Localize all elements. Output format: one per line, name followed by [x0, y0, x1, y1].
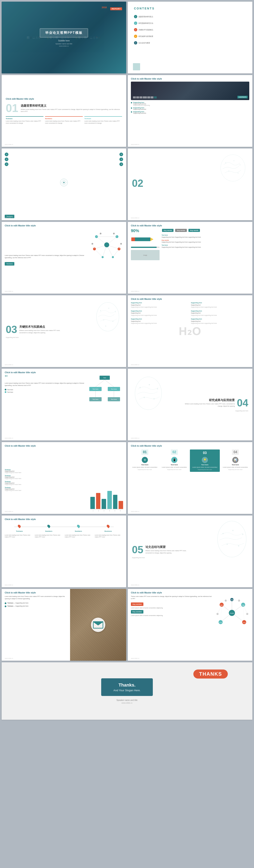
svg-line-76: [221, 605, 222, 622]
subtitle-item-2: Supporting here Supporting business: [131, 107, 249, 110]
section-05-title: 论文总结与展望: [145, 545, 192, 549]
slide-footer-4: www.islide.cc: [131, 144, 140, 145]
col-2: 02 📱 Text here Lorem ipsum dolor sit ame…: [160, 450, 188, 470]
slide-8-title: Click to edit Master title style: [131, 224, 249, 227]
thanks-website: www.islide.cc: [116, 702, 138, 704]
svg-text:Text here: Text here: [93, 389, 99, 390]
thanks-box: Thanks. And Your Slogan Here.: [101, 678, 153, 696]
section-03-support: Supporting text here: [6, 337, 122, 338]
slide-section-03: 03 关键技术与实践难点 Whilere some leading more f…: [2, 295, 126, 367]
h2o-item-2: Supporting here Supporting text Supporti…: [191, 302, 249, 308]
img-thumb: Image: [131, 250, 159, 260]
svg-point-9: [238, 173, 239, 174]
progress-bar: [131, 247, 159, 248]
thanks-slogan: And Your Slogan Here.: [113, 689, 141, 692]
section-04-desc: Whilere some leading more from-Theme col…: [184, 403, 235, 407]
icon-1: ①: [5, 153, 8, 156]
slide-footer-10: www.islide.cc: [131, 364, 140, 365]
svg-text:Text: Text: [103, 377, 106, 378]
slide-footer-13: www.islide.cc: [5, 511, 13, 512]
svg-point-68: [242, 534, 243, 535]
svg-point-19: [104, 242, 109, 247]
report-badge: REPORT: [110, 7, 122, 10]
svg-line-18: [113, 249, 119, 257]
h2o-item-1: Supporting here Supporting text Supporti…: [131, 302, 189, 308]
svg-line-48: [105, 380, 114, 387]
subtitle-item-3: Supporting here Supporting business: [131, 111, 249, 114]
slide-footer-15: www.islide.cc: [5, 584, 13, 586]
svg-point-62: [157, 388, 158, 390]
keyword-2: Key words: [175, 229, 187, 232]
slide-10-title: Click to edit Master title style: [131, 298, 249, 300]
num-badge-1: 1: [134, 15, 137, 18]
pencil-text-2: Key words Supporting text here Supportin…: [161, 239, 249, 243]
slide-section-04: 研究成果与应用前景 Whilere some leading more from…: [128, 369, 252, 440]
quote-mark: ": [5, 375, 84, 381]
slide-footer-8: www.islide.cc: [131, 290, 140, 292]
text-node-2: Text here: [5, 391, 84, 393]
slide-section-05: 05 论文总结与展望 Whilere some leading more fro…: [128, 516, 252, 587]
brain-decoration: [218, 153, 248, 183]
section-04-num: 04: [237, 398, 248, 408]
thanks-speaker: Speaker name and title: [116, 699, 138, 701]
contents-tag: CONTENTS: [238, 96, 248, 98]
slide-footer-9: www.islide.cc: [5, 364, 13, 365]
molecule-diagram: Center Node Node Node Node Top: [214, 595, 249, 630]
bar-4: [107, 491, 112, 509]
slide-molecule: Click to edit Master title style Theme c…: [128, 589, 252, 661]
bar-6: [119, 501, 123, 509]
col-1: 01 ⚙ Text here Lorem ipsum dolor sit ame…: [131, 450, 159, 470]
pin-2: Numbers: [45, 525, 52, 532]
icon-2: ②: [5, 157, 8, 161]
slide-contents: CONTENTS 1 选题背景的研究意义 2 研究思路和研究方法 3 关键技术与…: [128, 2, 252, 73]
cover-title: 毕业论文答辩PPT模板: [40, 28, 88, 37]
slide-network: Click to edit Master title style Lorem i…: [2, 222, 126, 293]
thanks-main: Thanks.: [113, 682, 141, 688]
room-desc: Lorem keto leading more from-Theme color…: [5, 595, 70, 600]
right-item-3: ③: [72, 162, 123, 166]
svg-point-44: [105, 326, 106, 327]
slide-17-title: Click to edit Master title style: [5, 591, 123, 594]
col-3: 03 💡 Text here Lorem ipsum dolor sit ame…: [190, 450, 220, 472]
contents-item-3: 3 关键技术与实践难点: [134, 28, 246, 31]
h2o-item-4: Supporting here Supporting text Supporti…: [191, 310, 249, 317]
svg-rect-35: [132, 238, 135, 241]
keyword-3: Key words: [188, 229, 200, 232]
network-tag: Textnara: [5, 262, 14, 266]
bar-chart-area: 1 2 3 4 5 6: [90, 449, 123, 512]
contents-item-4: 4 研究成果与应用前景: [134, 35, 246, 38]
col3-icon: 💡: [202, 457, 208, 463]
svg-text:Node: Node: [243, 622, 246, 623]
num-badge-3: 3: [134, 28, 137, 31]
keyboard-image-area: CONTENTS: [131, 82, 249, 100]
key-section-2: Key section Lorem ipsum dolor sit amet c…: [131, 610, 212, 616]
brain-decoration-4: [132, 373, 165, 414]
contents-header: CONTENTS: [134, 7, 246, 10]
svg-line-96: [218, 605, 222, 614]
contents-item-2: 2 研究思路和研究方法: [134, 22, 246, 25]
keyword-1: Key words: [162, 229, 174, 232]
svg-point-70: [238, 545, 239, 547]
envelope-icon: [93, 621, 103, 628]
svg-line-31: [114, 234, 117, 237]
pin-desc-4: Lorem keto leading more from-Theme color…: [95, 534, 123, 538]
pencil-text-1: Text here Supporting text here Supportin…: [161, 234, 249, 238]
left-item-3: ③: [5, 162, 56, 166]
svg-point-5: [225, 162, 226, 163]
slide-13-title: Click to edit Master title style: [5, 444, 123, 447]
pencil-text-3: Text here Supporting text here Supportin…: [161, 244, 249, 248]
h2o-decoration: H₂O: [179, 324, 202, 338]
slide-18-title: Click to edit Master title style: [131, 591, 249, 594]
slide-14-title: Click to edit Master title style: [131, 444, 249, 447]
text-item-2: Numbers Lorem keto leading more from-The…: [45, 116, 83, 124]
svg-point-60: [140, 387, 141, 388]
molecule-desc: Theme color makes PPT more convenient to…: [131, 595, 212, 600]
slide-footer-14: www.islide.cc: [131, 511, 140, 512]
year-label: 2018: [102, 6, 107, 9]
contents-item-1: 1 选题背景的研究意义: [134, 15, 246, 18]
pin-3: Numbers: [75, 525, 82, 532]
svg-text:Center: Center: [230, 613, 234, 614]
icon-r3: ③: [119, 162, 123, 166]
slide-footer-18: www.islide.cc: [131, 658, 140, 659]
svg-line-17: [95, 249, 103, 257]
